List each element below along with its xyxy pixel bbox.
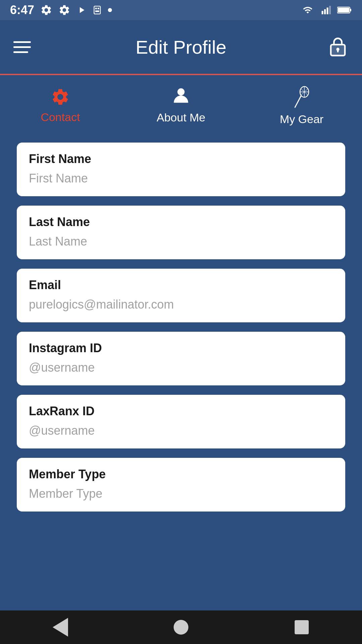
play-icon [76, 4, 86, 16]
last-name-label: Last Name [29, 215, 333, 229]
racquet-icon [293, 85, 310, 109]
svg-rect-3 [95, 10, 99, 12]
gear-icon [51, 87, 70, 107]
hamburger-menu-button[interactable] [13, 41, 31, 53]
person-icon [172, 87, 190, 107]
svg-rect-10 [338, 8, 349, 12]
lock-icon [328, 36, 347, 58]
tab-contact-label: Contact [41, 111, 80, 124]
header: Edit Profile [0, 20, 362, 74]
email-label: Email [29, 278, 333, 292]
svg-rect-6 [327, 8, 328, 14]
instagram-label: Instagram ID [29, 341, 333, 355]
battery-icon [337, 6, 352, 14]
signal-icon [320, 5, 332, 15]
settings1-icon [40, 4, 52, 16]
first-name-label: First Name [29, 152, 333, 166]
last-name-value: Last Name [29, 234, 333, 249]
page-title: Edit Profile [136, 36, 227, 58]
last-name-field[interactable]: Last Name Last Name [17, 206, 345, 259]
tab-bar: Contact About Me My Gear [0, 75, 362, 132]
back-button[interactable] [50, 617, 70, 637]
svg-rect-5 [324, 9, 326, 14]
tab-about-me-label: About Me [157, 111, 205, 124]
first-name-value: First Name [29, 171, 333, 185]
laxranx-label: LaxRanx ID [29, 404, 333, 418]
instagram-field[interactable]: Instagram ID @username [17, 332, 345, 385]
svg-rect-7 [329, 6, 331, 14]
home-button[interactable] [171, 617, 191, 637]
first-name-field[interactable]: First Name First Name [17, 143, 345, 196]
member-type-label: Member Type [29, 467, 333, 481]
settings2-icon [58, 4, 70, 16]
sim-icon [93, 5, 102, 15]
form-area: First Name First Name Last Name Last Nam… [0, 132, 362, 610]
status-left: 6:47 [10, 3, 112, 17]
svg-rect-0 [94, 6, 101, 14]
recent-button[interactable] [292, 617, 312, 637]
svg-rect-9 [350, 9, 351, 11]
tab-my-gear[interactable]: My Gear [241, 85, 362, 126]
lock-button[interactable] [327, 35, 349, 59]
tab-my-gear-label: My Gear [280, 113, 323, 126]
svg-point-15 [177, 88, 184, 95]
email-field[interactable]: Email purelogics@mailinator.com [17, 269, 345, 322]
tab-about-me[interactable]: About Me [121, 87, 241, 124]
svg-rect-1 [95, 8, 97, 9]
status-time: 6:47 [10, 3, 34, 17]
notification-dot [108, 8, 112, 12]
laxranx-field[interactable]: LaxRanx ID @username [17, 395, 345, 448]
instagram-value: @username [29, 361, 333, 375]
svg-rect-14 [337, 49, 339, 52]
tab-contact[interactable]: Contact [0, 87, 121, 124]
member-type-value: Member Type [29, 487, 333, 501]
email-value: purelogics@mailinator.com [29, 298, 333, 312]
bottom-nav [0, 610, 362, 644]
member-type-field[interactable]: Member Type Member Type [17, 458, 345, 512]
laxranx-value: @username [29, 424, 333, 438]
svg-line-21 [295, 96, 301, 107]
svg-rect-4 [322, 11, 323, 14]
svg-rect-2 [98, 8, 99, 9]
wifi-icon [301, 5, 314, 15]
status-right [301, 5, 352, 15]
status-bar: 6:47 [0, 0, 362, 20]
